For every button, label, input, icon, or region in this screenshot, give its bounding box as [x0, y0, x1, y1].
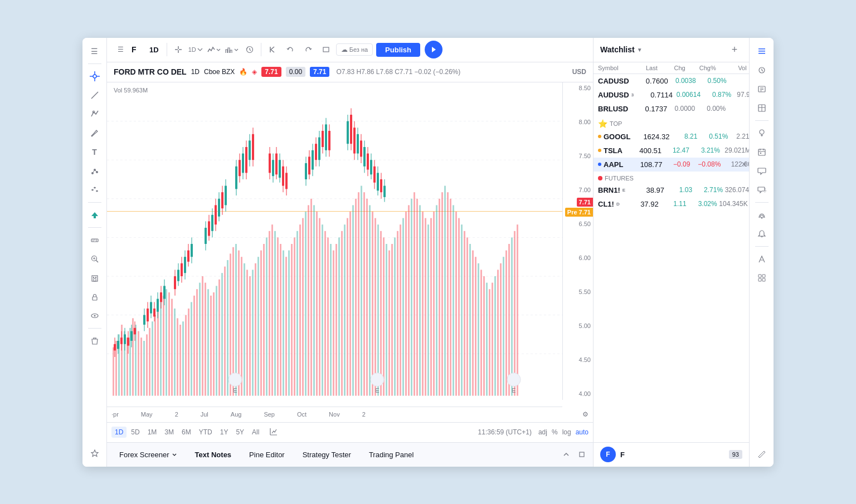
hamburger-menu-btn[interactable]: ☰ [86, 42, 104, 60]
comments-btn[interactable] [753, 181, 771, 199]
svg-rect-95 [249, 276, 251, 396]
chgpct-googl: 0.51% [697, 133, 728, 140]
idea-btn[interactable] [753, 124, 771, 142]
building-btn[interactable] [86, 269, 104, 287]
list-item[interactable]: CL1!D 37.92 1.11 3.02% 104.345K [594, 197, 749, 211]
list-item[interactable]: AUDUSD3 0.7114 0.00614 0.87% 97.936K [594, 88, 749, 102]
screener-btn[interactable] [753, 269, 771, 287]
panel-collapse-btn[interactable] [560, 448, 573, 461]
tf-6m-btn[interactable]: 6M [178, 427, 194, 438]
svg-rect-186 [503, 257, 504, 395]
replay-btn[interactable] [242, 42, 257, 57]
cloud-save-btn[interactable]: ☁ Без на [336, 43, 373, 56]
svg-rect-174 [469, 244, 471, 396]
chart-settings-btn[interactable]: ⚙ [580, 409, 591, 420]
indicator-value-btn[interactable]: 1D [188, 42, 204, 57]
compare-icon-btn[interactable] [269, 427, 278, 438]
list-item[interactable]: CADUSD 0.7600 0.0038 0.50% 0 [594, 74, 749, 88]
undo-btn[interactable] [283, 42, 298, 57]
tab-text-notes[interactable]: Text Notes [187, 447, 240, 462]
tf-ytd-btn[interactable]: YTD [196, 427, 216, 438]
list-item[interactable]: BRN1!E 38.97 1.03 2.71% 326.074K [594, 183, 749, 197]
tf-5y-btn[interactable]: 5Y [232, 427, 247, 438]
financials-btn[interactable] [224, 42, 240, 57]
news-feed-btn[interactable] [753, 80, 771, 98]
timeframe-btn[interactable]: 1D [145, 44, 163, 56]
ideas-chat-btn[interactable] [753, 162, 771, 180]
star-btn[interactable] [86, 444, 104, 462]
text-btn[interactable]: T [86, 143, 104, 161]
skip-back-btn[interactable] [265, 42, 280, 57]
data-window-btn[interactable] [753, 99, 771, 117]
svg-rect-155 [416, 198, 418, 395]
draw-tools-btn[interactable] [86, 105, 104, 123]
pattern-btn[interactable] [86, 162, 104, 180]
tf-1d-btn[interactable]: 1D [111, 427, 127, 438]
chgpct-tsla: 3.21% [689, 146, 720, 154]
up-arrow-btn[interactable] [86, 206, 104, 224]
tf-5d-btn[interactable]: 5D [128, 427, 143, 438]
indicators-btn[interactable] [86, 181, 104, 199]
symbol-googl: GOOGL [598, 133, 630, 141]
rectangle-btn[interactable] [318, 42, 334, 57]
user-avatar[interactable]: F [600, 447, 616, 462]
adj-label[interactable]: adj [538, 428, 547, 436]
list-item[interactable]: GOOGL 1624.32 8.21 0.51% 2.211M [594, 130, 749, 144]
pen-btn[interactable] [86, 124, 104, 142]
watchlist-header: Watchlist ▼ + [594, 38, 749, 62]
list-item[interactable]: AAPL 108.77 −0.09 −0.08% 122.86 ✕ [594, 158, 749, 172]
tf-1y-btn[interactable]: 1Y [217, 427, 232, 438]
svg-rect-138 [369, 205, 371, 395]
tf-1m-btn[interactable]: 1M [144, 427, 160, 438]
svg-rect-123 [327, 237, 329, 395]
percent-label[interactable]: % [552, 428, 558, 436]
compare-btn[interactable] [171, 42, 186, 57]
watchlist-panel-btn[interactable] [753, 42, 771, 60]
svg-rect-38 [323, 47, 329, 52]
tab-pine-editor[interactable]: Pine Editor [241, 447, 293, 462]
svg-rect-60 [152, 321, 153, 395]
zoom-btn[interactable] [86, 250, 104, 268]
panel-maximize-btn[interactable] [575, 448, 588, 461]
chart-canvas[interactable]: Vol 59.963M [107, 82, 593, 422]
auto-btn[interactable]: auto [576, 428, 588, 436]
symbol-input[interactable]: F [132, 45, 143, 54]
watchlist-add-btn[interactable]: + [727, 42, 742, 57]
draw-erase-btn[interactable] [753, 444, 771, 462]
time-axis: ·pr May 2 Jul Aug Sep Oct Nov 2 [107, 407, 562, 422]
lock-btn[interactable] [86, 288, 104, 306]
svg-rect-77 [199, 282, 201, 395]
list-item[interactable]: BRLUSD 0.1737 0.0000 0.00% 0 [594, 102, 749, 116]
notifications-btn[interactable] [753, 225, 771, 243]
watchlist-title[interactable]: Watchlist [600, 45, 635, 54]
menu-btn[interactable]: ☰ [111, 41, 129, 58]
chart-timeframe-label: 1D [191, 68, 200, 76]
play-btn[interactable] [425, 41, 442, 58]
svg-rect-102 [269, 231, 270, 395]
alerts-btn[interactable] [753, 61, 771, 79]
trash-btn[interactable] [86, 332, 104, 350]
signals-btn[interactable] [753, 206, 771, 224]
tf-3m-btn[interactable]: 3M [161, 427, 177, 438]
eye-btn[interactable] [86, 307, 104, 325]
svg-rect-318 [758, 51, 765, 52]
ruler-btn[interactable] [86, 231, 104, 249]
strategy-alerts-btn[interactable] [753, 250, 771, 268]
redo-btn[interactable] [300, 42, 316, 57]
svg-rect-319 [758, 53, 765, 54]
publish-btn[interactable]: Publish [376, 43, 420, 57]
tab-strategy-tester[interactable]: Strategy Tester [295, 447, 359, 462]
calendar-btn[interactable] [753, 143, 771, 161]
tab-trading-panel[interactable]: Trading Panel [361, 447, 421, 462]
svg-point-4 [93, 75, 96, 78]
tab-forex-screener[interactable]: Forex Screener [111, 447, 185, 462]
draw-line-btn[interactable] [86, 86, 104, 104]
crosshair-btn[interactable] [86, 67, 104, 85]
tf-all-btn[interactable]: All [249, 427, 262, 438]
log-label[interactable]: log [562, 428, 571, 436]
dot-aapl [598, 163, 601, 166]
close-aapl-btn[interactable]: ✕ [741, 160, 747, 168]
list-item[interactable]: TSLA 400.51 12.47 3.21% 29.021M [594, 144, 749, 158]
indicators-main-btn[interactable] [206, 42, 222, 57]
svg-text:E: E [375, 386, 379, 393]
